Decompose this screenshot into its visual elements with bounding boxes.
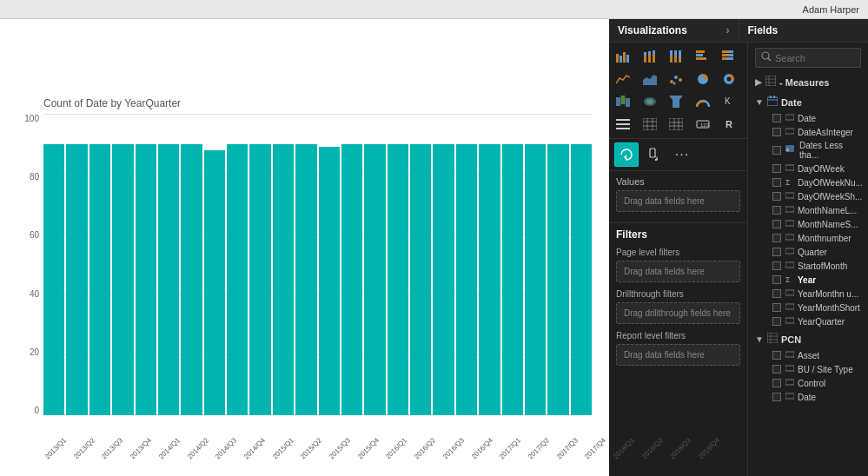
drill-filter-dropzone[interactable]: Drag drillthrough fields here: [616, 302, 740, 324]
svg-rect-8: [653, 54, 655, 63]
field-checkbox[interactable]: [772, 114, 781, 122]
field-checkbox[interactable]: [772, 192, 781, 201]
bar[interactable]: [273, 144, 294, 415]
field-item[interactable]: DayOfWeekSh...: [748, 189, 868, 203]
field-checkbox[interactable]: [772, 146, 781, 155]
field-item[interactable]: ΣDayOfWeekNu...: [748, 175, 868, 189]
bar[interactable]: [136, 144, 156, 415]
field-checkbox[interactable]: [772, 248, 781, 256]
bar[interactable]: [410, 144, 431, 415]
field-checkbox[interactable]: [772, 289, 781, 298]
pie-chart-icon[interactable]: [692, 69, 713, 89]
field-checkbox[interactable]: [772, 351, 781, 360]
bar[interactable]: [547, 144, 568, 415]
bar[interactable]: [456, 144, 477, 415]
field-item[interactable]: Date: [748, 390, 868, 404]
field-checkbox[interactable]: [772, 220, 781, 228]
field-checkbox[interactable]: [772, 128, 781, 136]
bar[interactable]: [388, 144, 408, 415]
bar[interactable]: [112, 144, 133, 415]
field-item[interactable]: MonthNameL...: [748, 203, 868, 217]
funnel-icon[interactable]: [666, 91, 686, 112]
bar[interactable]: [341, 144, 362, 415]
values-dropzone[interactable]: Drag data fields here: [616, 190, 740, 212]
bar[interactable]: [66, 144, 87, 415]
field-item[interactable]: MonthNameS...: [748, 217, 868, 231]
bar[interactable]: [502, 144, 523, 415]
bar[interactable]: [89, 144, 110, 415]
bar[interactable]: [319, 147, 340, 415]
filled-map-icon[interactable]: [639, 91, 660, 112]
field-item[interactable]: YearMonthShort: [748, 301, 868, 314]
kpi-icon[interactable]: K: [719, 91, 739, 112]
field-checkbox[interactable]: [772, 275, 781, 284]
field-checkbox[interactable]: [772, 234, 781, 242]
line-chart-icon[interactable]: [613, 69, 633, 89]
viz-panel-arrow[interactable]: ›: [726, 24, 730, 36]
svg-rect-64: [770, 96, 772, 98]
r-visual-icon[interactable]: R: [719, 114, 739, 135]
field-item[interactable]: ≤Dates Less tha...: [748, 139, 868, 162]
paint-icon[interactable]: [642, 142, 666, 167]
bar[interactable]: [158, 144, 179, 415]
field-checkbox[interactable]: [772, 393, 781, 401]
clustered-bar-icon[interactable]: [613, 46, 633, 67]
field-checkbox[interactable]: [772, 365, 781, 374]
field-checkbox[interactable]: [772, 317, 781, 326]
matrix-icon[interactable]: [666, 114, 686, 135]
bar[interactable]: [571, 144, 592, 415]
refresh-icon[interactable]: [614, 142, 639, 167]
field-item[interactable]: Control: [748, 376, 868, 390]
field-item[interactable]: ΣYear: [748, 273, 868, 287]
field-item[interactable]: BU / Site Type: [748, 362, 868, 376]
field-item[interactable]: StartofMonth: [748, 259, 868, 273]
bar[interactable]: [364, 144, 385, 415]
field-item[interactable]: YearQuarter: [748, 314, 868, 328]
bar[interactable]: [227, 144, 248, 415]
clustered-bar-h-icon[interactable]: [692, 46, 713, 67]
search-box[interactable]: [755, 48, 861, 68]
bar[interactable]: [204, 150, 225, 415]
bar[interactable]: [181, 144, 202, 415]
search-input[interactable]: [775, 53, 855, 63]
bar[interactable]: [479, 144, 500, 415]
bar[interactable]: [249, 144, 270, 415]
field-item[interactable]: Quarter: [748, 245, 868, 259]
table-icon[interactable]: [639, 114, 660, 135]
field-item[interactable]: Asset: [748, 348, 868, 362]
bar[interactable]: [433, 144, 454, 415]
field-checkbox[interactable]: [772, 303, 781, 312]
map-icon[interactable]: [613, 91, 633, 112]
field-checkbox[interactable]: [772, 261, 781, 270]
field-group-header-pcn[interactable]: ▼PCN: [748, 330, 868, 348]
svg-rect-33: [626, 98, 630, 107]
card-icon[interactable]: 123: [692, 114, 713, 135]
area-chart-icon[interactable]: [639, 69, 660, 89]
field-checkbox[interactable]: [772, 164, 781, 173]
field-checkbox[interactable]: [772, 178, 781, 187]
field-group-header---measures[interactable]: ▶- Measures: [748, 73, 868, 91]
field-item[interactable]: DateAsInteger: [748, 125, 868, 139]
page-level-filter: Page level filters: [616, 246, 740, 259]
gauge-icon[interactable]: [692, 91, 713, 112]
donut-chart-icon[interactable]: [719, 69, 739, 89]
bar[interactable]: [43, 144, 64, 415]
report-filter-dropzone[interactable]: Drag data fields here: [616, 344, 740, 366]
y-axis-label: 20: [13, 347, 39, 357]
field-group-header-date[interactable]: ▼Date: [748, 93, 868, 111]
bar[interactable]: [295, 144, 316, 415]
page-filter-dropzone[interactable]: Drag data fields here: [616, 261, 740, 282]
stacked-bar-h-icon[interactable]: [719, 46, 739, 67]
slicer-icon[interactable]: [613, 114, 633, 135]
dots-icon[interactable]: ···: [670, 142, 694, 167]
field-checkbox[interactable]: [772, 206, 781, 215]
field-item[interactable]: Monthnumber: [748, 231, 868, 245]
field-checkbox[interactable]: [772, 379, 781, 387]
scatter-icon[interactable]: [666, 69, 686, 89]
bar[interactable]: [525, 144, 546, 415]
100pct-bar-icon[interactable]: [666, 46, 686, 67]
stacked-bar-icon[interactable]: [639, 46, 660, 67]
field-item[interactable]: Date: [748, 111, 868, 125]
field-item[interactable]: YearMonthn u...: [748, 287, 868, 301]
field-item[interactable]: DayOfWeek: [748, 162, 868, 175]
